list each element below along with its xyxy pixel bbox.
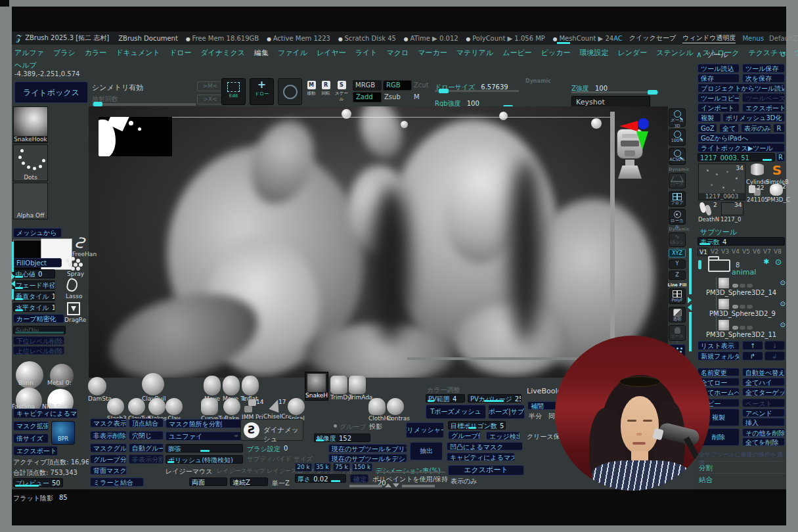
zremesher-button[interactable]: Zリメッシャー bbox=[406, 422, 444, 438]
target-polygon-slider[interactable]: 目標ポリゴン数5 bbox=[448, 421, 506, 430]
dynamic-size-label[interactable]: Dynamic bbox=[525, 78, 551, 84]
brush-tile[interactable]: Contras bbox=[387, 398, 410, 422]
subtool-eye-icon[interactable]: ⊙ bbox=[780, 321, 786, 328]
move-mode-button[interactable]: M 移動 bbox=[305, 79, 318, 104]
duplicate-tool-button[interactable]: 複製 bbox=[698, 113, 721, 122]
weld-points-button[interactable]: 頂点結合 bbox=[129, 418, 164, 428]
make-polymesh3d-button[interactable]: ポリメッシュ3D化 bbox=[722, 113, 785, 122]
pm3d-tool-thumb[interactable] bbox=[770, 184, 783, 196]
menu-item[interactable]: レンダー bbox=[617, 48, 647, 58]
left-scrollbar-arrow[interactable] bbox=[11, 273, 15, 280]
brush-tile[interactable]: Rake bbox=[223, 398, 240, 422]
subtool-eye-icon[interactable]: ⊙ bbox=[780, 279, 786, 286]
goz-button[interactable]: GoZ bbox=[698, 123, 717, 133]
subdiv-slider[interactable]: SubDiv bbox=[13, 326, 66, 334]
edit-mode-button[interactable]: Edit bbox=[221, 78, 246, 105]
toggle-pill[interactable] bbox=[740, 284, 745, 288]
axis-gizmo-x[interactable] bbox=[619, 121, 638, 131]
center-slider[interactable]: 中心値0 bbox=[13, 269, 55, 278]
all-high-button[interactable]: 全てハイ bbox=[742, 378, 785, 386]
menu-item[interactable]: マテリアル bbox=[456, 48, 493, 58]
deathn-tool-thumb[interactable] bbox=[700, 202, 715, 215]
mask-grow-button[interactable]: マスク拡張 bbox=[13, 421, 49, 431]
draw-size-slider[interactable]: ドローサイズ 6.57639 bbox=[435, 79, 520, 93]
tpose-subtool-button[interactable]: Tポーズ|サブT bbox=[488, 405, 525, 419]
delete-all-button[interactable]: 全てを削除 bbox=[742, 437, 785, 446]
subtool-tab[interactable]: V4 bbox=[730, 248, 741, 256]
lazy-mouse-label[interactable]: レイジーマウス bbox=[166, 467, 212, 476]
toggle-pill[interactable] bbox=[747, 305, 753, 309]
decimate-75k-button[interactable]: 75 k bbox=[333, 463, 350, 472]
actual-size-button[interactable]: 100% bbox=[669, 129, 686, 146]
rotate-mode-button[interactable]: R 回転 bbox=[319, 79, 332, 104]
freehand-stroke-icon[interactable]: Ƨ bbox=[74, 234, 92, 252]
radial-count-slider[interactable] bbox=[92, 103, 196, 106]
delete-higher-button[interactable]: 上位レベル削除 bbox=[13, 346, 64, 355]
active-tool-thumb[interactable]: 34 1217_0003 bbox=[698, 164, 745, 200]
right-divider-arrow[interactable] bbox=[688, 297, 692, 303]
draw-mode-button[interactable]: + ドロー bbox=[250, 78, 274, 105]
menus-toggle[interactable]: Menus bbox=[742, 35, 764, 42]
lightbox-to-tool-button[interactable]: ライトボックス▶ツール bbox=[698, 143, 785, 152]
menu-item[interactable]: マーカー bbox=[418, 48, 447, 58]
menu-item[interactable]: ダイナミクス bbox=[200, 48, 245, 58]
menu-item[interactable]: カラー bbox=[85, 48, 107, 58]
axis-gizmo-origin[interactable] bbox=[638, 118, 649, 129]
undo-button[interactable]: ↲ bbox=[765, 351, 785, 361]
bottom-export-button[interactable]: エクスポート bbox=[448, 465, 524, 476]
delete-others-button[interactable]: その他を削除 bbox=[742, 428, 785, 437]
floor-button[interactable]: フロア bbox=[669, 191, 686, 207]
brush-setting-label[interactable]: ブラシ設定 bbox=[247, 445, 280, 454]
menu-item[interactable]: ツール bbox=[795, 48, 798, 58]
subtool-item-name[interactable]: PM3D_Sphere3D2_11 bbox=[706, 331, 776, 338]
fill-object-button[interactable]: FillObject bbox=[13, 258, 62, 267]
from-mesh-button[interactable]: メッシュから bbox=[13, 228, 62, 238]
backface-mask-button[interactable]: 背面マスク bbox=[90, 466, 127, 475]
fade-slider[interactable]: フェード半径0 bbox=[13, 280, 55, 290]
group-split-button[interactable]: グループ分割 bbox=[90, 454, 127, 464]
tool-paste-button[interactable]: ツールペースト bbox=[742, 93, 785, 102]
z-rotation-button[interactable]: Z bbox=[669, 271, 686, 280]
subtool-tab[interactable]: V3 bbox=[720, 248, 730, 256]
default-zscript-button[interactable]: DefaultZScript bbox=[769, 35, 798, 42]
sculpt-canvas[interactable] bbox=[89, 106, 668, 378]
tool-save-button[interactable]: ツール保存 bbox=[742, 64, 785, 73]
hidden-split-button[interactable]: 非表示分割 bbox=[129, 454, 164, 464]
z-intensity-slider[interactable]: Z強度 100 bbox=[571, 81, 660, 94]
subtool-header[interactable]: サブツール bbox=[700, 227, 737, 237]
delete-hidden-button[interactable]: 非表示削除 bbox=[90, 431, 127, 440]
pv-range-slider[interactable]: PV範囲4 bbox=[426, 394, 465, 403]
subtool-thumb[interactable] bbox=[719, 278, 729, 288]
pv-coverage-slider[interactable]: PVカバレージ25 bbox=[468, 394, 521, 403]
menu-item[interactable]: ドキュメント bbox=[116, 48, 160, 58]
goz-visible-button[interactable]: 表示のみ bbox=[741, 123, 771, 133]
toggle-pill[interactable] bbox=[747, 326, 753, 330]
subtool-eye-icon[interactable]: ⊙ bbox=[780, 300, 786, 307]
ghost-button[interactable]: ゴースト bbox=[669, 325, 686, 341]
visible-only-toggle[interactable]: 表示のみ bbox=[451, 477, 477, 486]
canvas-scrollbar-vertical[interactable] bbox=[610, 112, 615, 359]
axis-gizmo-y[interactable] bbox=[636, 131, 648, 150]
mask-by-relief-button[interactable]: 凹凸によるマスク bbox=[447, 442, 523, 451]
cylinder-tool-thumb[interactable] bbox=[749, 164, 766, 178]
split-section-header[interactable]: 分割 bbox=[699, 464, 713, 473]
tool-name-r-button[interactable]: R bbox=[776, 153, 785, 162]
y-rotation-button[interactable]: Y bbox=[669, 259, 686, 269]
menu-item[interactable]: ファイル bbox=[278, 48, 307, 58]
brush-tile-selected[interactable]: SnakeH bbox=[305, 372, 328, 401]
delete-lower-button[interactable]: 下位レベル削除 bbox=[13, 336, 64, 345]
half-toggle[interactable]: 半分 bbox=[529, 412, 542, 421]
subtool-tab[interactable]: V2 bbox=[709, 248, 720, 256]
lightbox-button[interactable]: ライトボックス bbox=[14, 81, 88, 103]
m-mode-toggle[interactable]: M bbox=[414, 93, 420, 100]
menu-item[interactable]: ライト bbox=[355, 48, 378, 58]
save-next-button[interactable]: 次を保存 bbox=[742, 74, 785, 83]
right-divider-arrow[interactable] bbox=[688, 304, 692, 311]
folder-gear-icon[interactable]: ✱ bbox=[763, 257, 769, 266]
toggle-pill[interactable] bbox=[747, 284, 753, 288]
left-scrollbar-arrow[interactable] bbox=[11, 280, 15, 287]
toggle-pill[interactable] bbox=[740, 305, 745, 309]
local-button[interactable]: ローカル bbox=[669, 209, 686, 225]
double-sided-button[interactable]: 両面 bbox=[189, 477, 227, 486]
new-folder-button[interactable]: 新規フォルダ bbox=[698, 351, 740, 361]
